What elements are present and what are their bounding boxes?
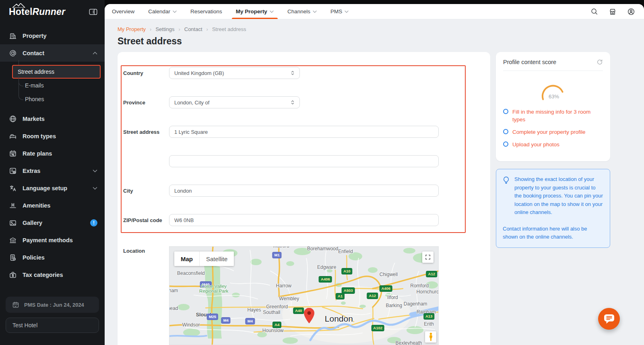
sidebar-subitem-phones[interactable]: Phones	[19, 92, 105, 106]
sidebar-item-contact[interactable]: Contact	[0, 44, 105, 62]
select-chevrons-icon	[290, 99, 295, 106]
hotel-selector[interactable]: Test Hotel	[6, 318, 99, 333]
tab-my-property[interactable]: My Property	[235, 4, 275, 19]
map-label: Edgware	[317, 264, 336, 270]
breadcrumb-settings[interactable]: Settings	[155, 26, 174, 32]
sidebar-subitem-street-address[interactable]: Street address	[12, 65, 101, 79]
account-icon[interactable]	[627, 8, 635, 16]
map-fullscreen-button[interactable]	[422, 251, 433, 263]
map-road-shield: M1	[272, 252, 282, 258]
form-row-street-address: Street address	[123, 126, 490, 138]
sidebar-item-label: Rate plans	[23, 150, 52, 157]
street-address-2-input[interactable]	[169, 155, 439, 167]
sidebar-item-extras[interactable]: Extras	[0, 162, 105, 179]
sidebar-item-tax-categories[interactable]: Tax categories	[0, 266, 105, 283]
map-label: Ilford	[387, 295, 398, 300]
tip-paragraph-1: Showing the exact location of your prope…	[503, 175, 603, 217]
country-select[interactable]: United Kingdom (GB)	[169, 67, 300, 79]
sidebar-item-label: Payment methods	[23, 237, 73, 243]
breadcrumb-contact[interactable]: Contact	[184, 26, 202, 32]
tab-reservations[interactable]: Reservations	[190, 4, 223, 19]
map-label: Erith	[424, 321, 434, 327]
zip-label: ZIP/Postal code	[123, 217, 169, 223]
page-title: Street address	[118, 36, 644, 47]
map-label: Enfield	[338, 249, 353, 254]
task-bullet-icon	[503, 141, 508, 147]
gallery-alert-badge: !	[90, 219, 97, 227]
city-input[interactable]	[169, 185, 439, 197]
translate-icon	[9, 184, 17, 192]
tab-overview[interactable]: Overview	[111, 4, 135, 19]
task-missing-room-info[interactable]: Fill in the missing info for 3 room type…	[503, 108, 603, 123]
sidebar-item-gallery[interactable]: Gallery !	[0, 214, 105, 231]
pool-icon	[9, 202, 17, 210]
profile-score-title: Profile content score	[503, 59, 556, 65]
sidebar-item-label: Language setup	[23, 185, 67, 191]
sidebar-item-label: Property	[23, 33, 47, 39]
street-address-label: Street address	[123, 129, 169, 135]
hotelrunner-logo: HotelRunner	[9, 6, 65, 17]
map-label: Hounslow	[262, 328, 284, 333]
document-icon	[9, 254, 17, 262]
map-type-control: Map Satellite	[174, 251, 234, 266]
app-root: HotelRunner Property Contact Street addr…	[0, 0, 644, 345]
tab-channels[interactable]: Channels	[287, 4, 318, 19]
chat-button[interactable]	[598, 308, 620, 330]
content-panel: Overview Calendar Reservations My Proper…	[105, 4, 644, 345]
map-type-satellite-button[interactable]: Satellite	[199, 251, 234, 266]
map-label: Watford	[272, 246, 289, 249]
select-chevrons-icon	[290, 70, 295, 76]
refresh-icon[interactable]	[597, 59, 603, 65]
sidebar-collapse-icon[interactable]	[89, 8, 97, 16]
task-complete-profile[interactable]: Complete your property profile	[503, 128, 603, 136]
sidebar-item-markets[interactable]: Markets	[0, 110, 105, 127]
map-label: head	[169, 306, 178, 311]
sidebar-item-payment-methods[interactable]: Payment methods	[0, 231, 105, 249]
tax-icon	[9, 271, 17, 279]
map-label: Hornchurch	[417, 289, 439, 295]
form-row-country: Country United Kingdom (GB)	[123, 52, 490, 79]
sidebar-subitem-emails[interactable]: E-mails	[19, 79, 105, 92]
search-icon[interactable]	[590, 8, 598, 15]
sidebar-item-property[interactable]: Property	[0, 27, 105, 44]
city-label: City	[123, 188, 169, 194]
sidebar-item-language-setup[interactable]: Language setup	[0, 179, 105, 197]
map-pegman-button[interactable]	[425, 331, 436, 343]
top-navbar: Overview Calendar Reservations My Proper…	[105, 4, 644, 19]
sidebar-item-rate-plans[interactable]: Rate plans	[0, 145, 105, 162]
zip-input[interactable]	[169, 214, 439, 226]
sidebar-item-label: Contact	[23, 50, 44, 56]
street-address-input[interactable]	[169, 126, 439, 138]
chevron-down-icon	[173, 10, 177, 13]
map-road-shield: M4	[221, 317, 231, 324]
location-map[interactable]: WatfordBorehamwoodEnfieldM1EdgwareA10Chi…	[169, 246, 439, 345]
chevron-up-icon	[93, 52, 97, 55]
store-icon[interactable]	[609, 8, 617, 16]
province-label: Province	[123, 100, 169, 106]
breadcrumb-separator: ›	[206, 26, 208, 32]
map-type-map-button[interactable]: Map	[174, 251, 199, 266]
tab-pms[interactable]: PMS	[330, 4, 349, 19]
sidebar-item-label: Markets	[23, 116, 45, 122]
map-road-shield: A406	[319, 276, 332, 283]
breadcrumb-my-property[interactable]: My Property	[118, 26, 146, 32]
map-pin-icon[interactable]	[304, 308, 314, 325]
task-bullet-icon	[503, 109, 508, 114]
location-label: Location	[123, 248, 169, 254]
province-value: London, City of	[174, 100, 209, 106]
bed-icon	[9, 132, 17, 140]
pms-date[interactable]: PMS Date : Jun 24, 2024	[6, 297, 99, 313]
tab-calendar[interactable]: Calendar	[147, 4, 178, 19]
breadcrumb: My Property › Settings › Contact › Stree…	[118, 26, 644, 32]
map-label: Bexleyheath	[395, 340, 422, 345]
province-select[interactable]: London, City of	[169, 96, 300, 108]
sidebar-item-policies[interactable]: Policies	[0, 249, 105, 266]
sidebar-item-amenities[interactable]: Amenities	[0, 197, 105, 214]
chevron-down-icon	[313, 10, 317, 13]
task-upload-photos[interactable]: Upload your photos	[503, 141, 603, 148]
tip-paragraph-2: Contact information here will also be sh…	[503, 225, 603, 241]
map-label: Beaconsfield	[177, 270, 205, 276]
chevron-down-icon	[93, 187, 97, 190]
sidebar-item-room-types[interactable]: Room types	[0, 127, 105, 145]
map-road-shield: A102	[371, 325, 384, 331]
